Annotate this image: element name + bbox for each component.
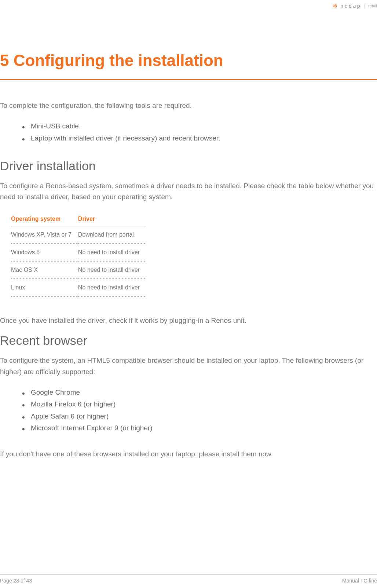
title-divider [0,79,377,80]
table-cell-os: Windows XP, Vista or 7 [11,226,78,244]
list-item: Google Chrome [22,387,377,398]
browser-outro-paragraph: If you don't have one of these browsers … [0,449,377,460]
table-cell-driver: No need to install driver [78,261,146,279]
table-header-os: Operating system [11,212,78,226]
table-cell-driver: No need to install driver [78,279,146,296]
table-cell-os: Mac OS X [11,261,78,279]
intro-paragraph: To complete the configuration, the follo… [0,100,377,111]
list-item: Microsoft Internet Explorer 9 (or higher… [22,422,377,434]
table-cell-os: Linux [11,279,78,296]
page-title: 5 Configuring the installation [0,51,377,75]
table-cell-os: Windows 8 [11,244,78,261]
footer-page-number: Page 28 of 43 [0,578,32,584]
page-content: 5 Configuring the installation To comple… [0,0,377,460]
tools-list: Mini-USB cable. Laptop with installed dr… [22,120,377,144]
list-item: Mozilla Firefox 6 (or higher) [22,398,377,410]
logo-divider: | [364,3,365,8]
page-footer: Page 28 of 43 Manual FC-line [0,574,377,584]
header-logo: ✻ nedap | retail [333,3,377,9]
table-row: Mac OS X No need to install driver [11,261,146,279]
list-item: Apple Safari 6 (or higher) [22,410,377,422]
table-row: Linux No need to install driver [11,279,146,296]
table-cell-driver: No need to install driver [78,244,146,261]
driver-table: Operating system Driver Windows XP, Vist… [11,212,146,297]
list-item: Laptop with installed driver (if necessa… [22,132,377,144]
section-heading-driver: Driver installation [0,159,377,173]
logo-brand-text: nedap [340,3,361,9]
logo-suffix-text: retail [368,4,377,8]
table-header-driver: Driver [78,212,146,226]
table-header-row: Operating system Driver [11,212,146,226]
table-cell-driver: Download from portal [78,226,146,244]
footer-manual-name: Manual FC-line [342,578,377,584]
browser-intro-paragraph: To configure the system, an HTML5 compat… [0,355,377,377]
driver-intro-paragraph: To configure a Renos-based system, somet… [0,180,377,203]
list-item: Mini-USB cable. [22,120,377,132]
driver-outro-paragraph: Once you have installed the driver, chec… [0,315,377,326]
browsers-list: Google Chrome Mozilla Firefox 6 (or high… [22,387,377,434]
table-row: Windows XP, Vista or 7 Download from por… [11,226,146,244]
section-heading-browser: Recent browser [0,333,377,348]
logo-star-icon: ✻ [333,3,337,9]
table-row: Windows 8 No need to install driver [11,244,146,261]
